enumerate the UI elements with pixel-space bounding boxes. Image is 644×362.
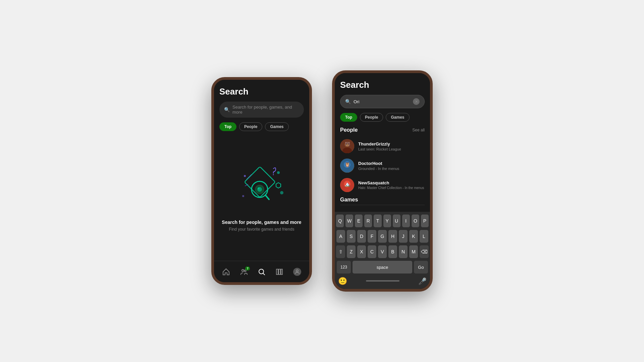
key-z[interactable]: Z	[347, 245, 356, 258]
person-name-sasquatch: NewSasquatch	[358, 180, 425, 185]
emoji-button[interactable]: 🙂	[338, 277, 347, 286]
svg-rect-20	[281, 269, 282, 275]
person-info-thunder: ThunderGrizzly Last seen: Rocket League	[358, 141, 425, 151]
key-c[interactable]: C	[368, 245, 376, 258]
right-search-bar[interactable]: 🔍 Ori ✕	[340, 95, 425, 108]
key-m[interactable]: M	[409, 245, 418, 258]
people-section-header: People See all	[340, 127, 425, 133]
left-empty-state: Search for people, games and more Find y…	[219, 136, 304, 261]
key-r[interactable]: R	[364, 215, 372, 227]
avatar-thunder: 🐻	[340, 139, 354, 153]
key-i[interactable]: I	[402, 215, 410, 227]
key-numbers[interactable]: 123	[337, 261, 351, 274]
key-go[interactable]: Go	[414, 261, 428, 274]
nav-library[interactable]	[275, 268, 283, 276]
key-l[interactable]: L	[420, 230, 428, 243]
svg-rect-18	[276, 269, 278, 275]
svg-point-10	[258, 187, 260, 189]
key-b[interactable]: B	[388, 245, 397, 258]
person-status-doctor: Grounded - In the menus	[358, 167, 425, 171]
key-f[interactable]: F	[368, 230, 376, 243]
svg-line-12	[247, 174, 252, 179]
left-search-bar[interactable]: 🔍 Search for people, games, and more	[219, 102, 304, 118]
clear-search-button[interactable]: ✕	[413, 98, 420, 105]
svg-point-5	[273, 174, 274, 175]
search-icon-right: 🔍	[345, 99, 351, 104]
key-j[interactable]: J	[399, 230, 408, 243]
svg-point-2	[280, 191, 283, 194]
left-tab-people[interactable]: People	[239, 122, 262, 131]
avatar-sasquatch: 🏔️	[340, 178, 354, 192]
svg-text:🦉: 🦉	[344, 162, 351, 168]
right-page-title: Search	[340, 80, 425, 90]
key-a[interactable]: A	[336, 230, 345, 243]
key-q[interactable]: Q	[336, 215, 344, 227]
key-e[interactable]: E	[355, 215, 363, 227]
key-k[interactable]: K	[409, 230, 418, 243]
empty-state-subtitle: Find your favorite games and friends	[229, 227, 294, 232]
person-item-thunder[interactable]: 🐻 ThunderGrizzly Last seen: Rocket Leagu…	[340, 136, 425, 156]
see-all-people[interactable]: See all	[412, 128, 425, 132]
left-phone: Search 🔍 Search for people, games, and m…	[211, 77, 312, 285]
left-search-placeholder: Search for people, games, and more	[232, 105, 299, 115]
right-tab-top[interactable]: Top	[340, 113, 357, 122]
key-t[interactable]: T	[374, 215, 381, 227]
right-filter-tabs: Top People Games	[340, 113, 425, 122]
keyboard-row-2: A S D F G H J K L	[336, 230, 429, 243]
key-backspace[interactable]: ⌫	[420, 245, 429, 258]
svg-line-17	[263, 273, 265, 275]
nav-friends[interactable]: 7	[240, 268, 248, 276]
microphone-button[interactable]: 🎤	[418, 277, 427, 285]
right-phone: Search 🔍 Ori ✕ Top People Games People S…	[332, 70, 433, 292]
key-space[interactable]: space	[353, 261, 412, 274]
nav-profile[interactable]	[293, 268, 301, 276]
person-name-thunder: ThunderGrizzly	[358, 141, 425, 146]
nav-search[interactable]	[258, 268, 266, 276]
left-tab-games[interactable]: Games	[265, 122, 288, 131]
svg-text:🏔️: 🏔️	[344, 181, 351, 187]
key-d[interactable]: D	[357, 230, 366, 243]
svg-point-1	[277, 171, 280, 174]
person-status-thunder: Last seen: Rocket League	[358, 147, 425, 151]
key-h[interactable]: H	[388, 230, 397, 243]
svg-point-21	[296, 270, 298, 272]
key-y[interactable]: Y	[383, 215, 391, 227]
svg-text:🐻: 🐻	[344, 141, 351, 147]
keyboard-row-1: Q W E R T Y U I O P	[336, 215, 429, 227]
right-screen: Search 🔍 Ori ✕ Top People Games People S…	[335, 73, 430, 289]
search-illustration	[235, 159, 288, 213]
svg-point-0	[244, 175, 246, 177]
left-bottom-nav: 7	[214, 261, 309, 282]
person-info-doctor: DoctorHoot Grounded - In the menus	[358, 161, 425, 171]
games-section-title: Games	[340, 197, 425, 205]
key-w[interactable]: W	[345, 215, 353, 227]
right-tab-games[interactable]: Games	[386, 113, 409, 122]
svg-point-14	[242, 269, 244, 272]
key-u[interactable]: U	[393, 215, 400, 227]
svg-line-11	[266, 195, 269, 199]
key-p[interactable]: P	[421, 215, 429, 227]
right-tab-people[interactable]: People	[360, 113, 383, 122]
person-info-sasquatch: NewSasquatch Halo: Master Chief Collecti…	[358, 180, 425, 190]
keyboard-row-4: 123 space Go	[336, 261, 429, 274]
left-filter-tabs: Top People Games	[219, 122, 304, 131]
nav-home[interactable]	[222, 268, 230, 276]
key-g[interactable]: G	[378, 230, 387, 243]
friends-badge: 7	[245, 266, 250, 270]
home-indicator	[366, 280, 399, 282]
person-name-doctor: DoctorHoot	[358, 161, 425, 166]
key-x[interactable]: X	[357, 245, 366, 258]
right-search-value[interactable]: Ori	[354, 99, 410, 104]
left-screen-content: Search 🔍 Search for people, games, and m…	[214, 80, 309, 261]
empty-state-title: Search for people, games and more	[222, 220, 301, 225]
person-item-doctor[interactable]: 🦉 DoctorHoot Grounded - In the menus	[340, 156, 425, 175]
people-section-title: People	[340, 127, 358, 133]
key-n[interactable]: N	[399, 245, 408, 258]
key-o[interactable]: O	[412, 215, 419, 227]
key-s[interactable]: S	[347, 230, 356, 243]
left-screen: Search 🔍 Search for people, games, and m…	[214, 80, 309, 282]
person-item-sasquatch[interactable]: 🏔️ NewSasquatch Halo: Master Chief Colle…	[340, 175, 425, 195]
key-shift[interactable]: ⇧	[336, 245, 345, 258]
key-v[interactable]: V	[378, 245, 387, 258]
left-tab-top[interactable]: Top	[219, 122, 236, 131]
